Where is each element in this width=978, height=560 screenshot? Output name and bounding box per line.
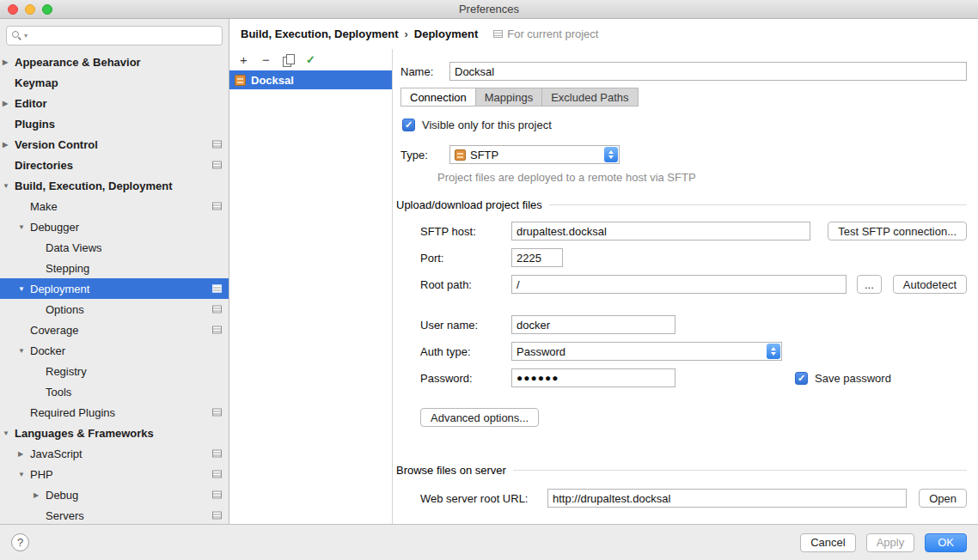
- combo-stepper-icon: [604, 147, 618, 162]
- web-root-input[interactable]: [547, 489, 907, 508]
- sidebar-item-version-control[interactable]: ▶Version Control: [0, 134, 229, 155]
- settings-search-box[interactable]: ▾: [6, 26, 223, 46]
- sidebar-item-build-execution-deployment[interactable]: ▼Build, Execution, Deployment: [0, 175, 229, 196]
- apply-button[interactable]: Apply: [866, 533, 915, 552]
- sidebar-item-debugger[interactable]: ▼Debugger: [0, 216, 229, 237]
- breadcrumb-segment-build[interactable]: Build, Execution, Deployment: [241, 27, 398, 40]
- root-path-label: Root path:: [420, 278, 511, 291]
- breadcrumb-segment-deployment[interactable]: Deployment: [414, 27, 478, 40]
- open-button[interactable]: Open: [919, 489, 967, 508]
- close-window-icon[interactable]: [8, 4, 18, 15]
- sidebar-item-registry[interactable]: Registry: [0, 361, 229, 381]
- sidebar-item-required-plugins[interactable]: Required Plugins: [0, 402, 229, 423]
- cancel-button[interactable]: Cancel: [800, 533, 855, 552]
- project-settings-icon: [212, 512, 222, 520]
- name-input[interactable]: [449, 62, 967, 81]
- sidebar-item-label: Debug: [46, 489, 78, 502]
- browse-section-title: Browse files on server: [396, 464, 506, 477]
- remove-icon[interactable]: −: [260, 53, 272, 67]
- help-button[interactable]: ?: [11, 533, 29, 551]
- sidebar-item-docker[interactable]: ▼Docker: [0, 340, 229, 361]
- chevron-down-icon[interactable]: ▼: [18, 471, 30, 478]
- type-value: SFTP: [470, 149, 600, 161]
- sidebar-item-label: Languages & Frameworks: [15, 427, 154, 440]
- sidebar-item-data-views[interactable]: Data Views: [0, 237, 229, 258]
- ok-button[interactable]: OK: [925, 533, 967, 552]
- sftp-type-icon: [455, 149, 466, 161]
- zoom-window-icon[interactable]: [42, 4, 52, 15]
- chevron-right-icon[interactable]: ▶: [3, 58, 15, 66]
- chevron-right-icon[interactable]: ▶: [18, 450, 30, 458]
- tab-excluded-paths[interactable]: Excluded Paths: [541, 88, 638, 107]
- tab-connection[interactable]: Connection: [400, 88, 476, 107]
- browse-root-path-button[interactable]: ...: [857, 275, 882, 294]
- project-settings-icon: [212, 306, 222, 313]
- project-settings-icon: [212, 161, 222, 169]
- content-column: Build, Execution, Deployment › Deploymen…: [229, 19, 978, 524]
- upload-section-header: Upload/download project files: [396, 198, 967, 211]
- chevron-down-icon[interactable]: ▼: [18, 285, 30, 293]
- project-settings-icon: [212, 285, 222, 293]
- auth-type-select[interactable]: Password: [511, 342, 782, 361]
- user-name-input[interactable]: [511, 315, 675, 334]
- chevron-down-icon[interactable]: ▼: [3, 182, 15, 190]
- sidebar-item-keymap[interactable]: Keymap: [0, 72, 229, 93]
- sidebar-item-label: Directories: [15, 159, 73, 172]
- server-list-item-docksal[interactable]: Docksal: [229, 70, 392, 89]
- sidebar-item-debug[interactable]: ▶Debug: [0, 484, 229, 505]
- chevron-right-icon[interactable]: ▶: [34, 491, 46, 499]
- use-as-default-icon[interactable]: ✓: [304, 53, 317, 67]
- port-input[interactable]: [511, 248, 563, 267]
- sidebar-item-directories[interactable]: Directories: [0, 155, 229, 175]
- tab-mappings[interactable]: Mappings: [475, 88, 542, 107]
- sidebar-item-editor[interactable]: ▶Editor: [0, 93, 229, 113]
- sidebar-item-label: Appearance & Behavior: [15, 56, 141, 69]
- sidebar-item-languages-frameworks[interactable]: ▼Languages & Frameworks: [0, 423, 229, 443]
- sidebar-item-appearance-behavior[interactable]: ▶Appearance & Behavior: [0, 52, 229, 72]
- sidebar-item-label: Build, Execution, Deployment: [15, 180, 172, 192]
- sidebar-item-tools[interactable]: Tools: [0, 381, 229, 402]
- chevron-down-icon[interactable]: ▼: [18, 223, 30, 231]
- save-password-checkbox[interactable]: Save password: [795, 372, 891, 385]
- chevron-right-icon[interactable]: ▶: [3, 100, 15, 107]
- server-list-toolbar: +−✓: [229, 49, 392, 70]
- browse-section-header: Browse files on server: [396, 464, 967, 477]
- password-input[interactable]: [511, 368, 675, 387]
- auth-type-row: Auth type: Password: [420, 342, 967, 361]
- user-name-row: User name:: [420, 315, 967, 334]
- search-history-chevron-icon[interactable]: ▾: [24, 32, 28, 40]
- visible-only-checkbox[interactable]: Visible only for this project: [402, 119, 967, 131]
- chevron-down-icon[interactable]: ▼: [3, 429, 15, 437]
- search-input[interactable]: [30, 30, 217, 42]
- sidebar-item-php[interactable]: ▼PHP: [0, 464, 229, 484]
- name-row: Name:: [400, 62, 967, 81]
- user-name-label: User name:: [420, 319, 511, 332]
- sidebar-item-deployment[interactable]: ▼Deployment: [0, 278, 229, 299]
- project-settings-icon: [212, 450, 222, 458]
- chevron-down-icon[interactable]: ▼: [18, 347, 30, 355]
- autodetect-button[interactable]: Autodetect: [893, 275, 967, 294]
- sidebar-item-make[interactable]: Make: [0, 196, 229, 216]
- sftp-host-input[interactable]: [511, 222, 810, 240]
- tab-bar: ConnectionMappingsExcluded Paths: [400, 88, 967, 107]
- copy-icon[interactable]: [282, 53, 295, 67]
- sidebar-item-plugins[interactable]: Plugins: [0, 113, 229, 134]
- type-select[interactable]: SFTP: [449, 145, 620, 164]
- chevron-right-icon[interactable]: ▶: [3, 141, 15, 149]
- scope-label: For current project: [507, 27, 598, 40]
- password-row: Password: Save password: [420, 368, 967, 387]
- sidebar-item-coverage[interactable]: Coverage: [0, 320, 229, 340]
- sidebar-item-options[interactable]: Options: [0, 299, 229, 320]
- sidebar-item-label: Make: [30, 200, 58, 213]
- sidebar-item-javascript[interactable]: ▶JavaScript: [0, 443, 229, 464]
- minimize-window-icon[interactable]: [25, 4, 35, 15]
- root-path-input[interactable]: [511, 275, 847, 294]
- add-icon[interactable]: +: [237, 53, 250, 67]
- test-sftp-connection-button[interactable]: Test SFTP connection...: [828, 222, 967, 240]
- project-settings-icon: [212, 491, 222, 499]
- sidebar-item-stepping[interactable]: Stepping: [0, 258, 229, 278]
- sidebar-item-label: Data Views: [46, 241, 102, 254]
- type-row: Type: SFTP: [400, 145, 967, 164]
- sidebar-item-servers[interactable]: Servers: [0, 505, 229, 524]
- advanced-options-button[interactable]: Advanced options...: [420, 408, 539, 427]
